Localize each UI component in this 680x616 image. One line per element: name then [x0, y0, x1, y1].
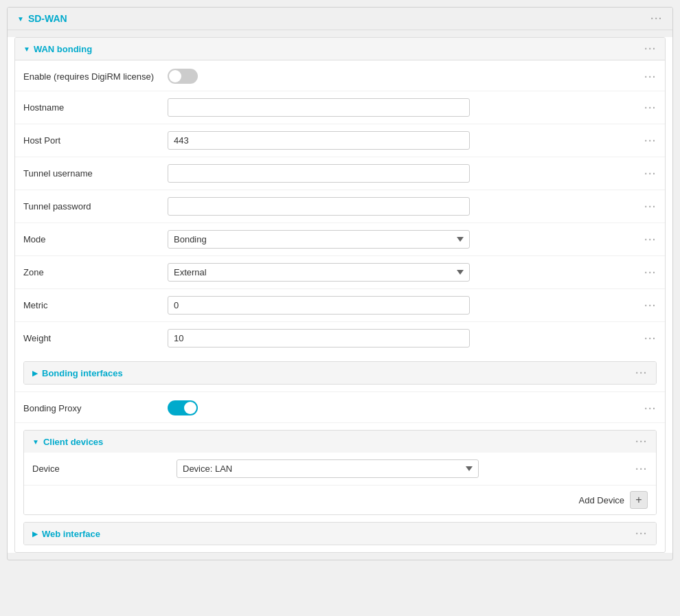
sdwan-header: SD-WAN ··· — [8, 8, 672, 30]
bonding-proxy-toggle[interactable] — [168, 400, 198, 415]
hostname-control — [168, 98, 629, 117]
tunnel-username-dots[interactable]: ··· — [636, 164, 657, 179]
enable-label: Enable (requires DigiRM license) — [23, 67, 161, 82]
sdwan-arrow[interactable] — [17, 15, 24, 23]
device-select[interactable]: Device: LAN Device: WAN Device: ETH0 — [177, 459, 479, 478]
add-device-row: Add Device + — [24, 486, 656, 514]
tunnel-password-dots[interactable]: ··· — [636, 197, 657, 212]
enable-control — [168, 67, 629, 84]
host-port-label: Host Port — [23, 131, 161, 146]
enable-dots[interactable]: ··· — [636, 67, 657, 82]
sd-wan-panel: SD-WAN ··· WAN bonding ··· Enable (requi… — [7, 7, 673, 560]
zone-dots[interactable]: ··· — [636, 263, 657, 278]
sdwan-body: WAN bonding ··· Enable (requires DigiRM … — [8, 37, 672, 553]
tunnel-username-label: Tunnel username — [23, 164, 161, 179]
client-devices-header[interactable]: Client devices ··· — [24, 431, 656, 453]
bonding-interfaces-header[interactable]: Bonding interfaces ··· — [24, 362, 656, 384]
wan-bonding-section: WAN bonding ··· Enable (requires DigiRM … — [14, 37, 666, 553]
metric-dots[interactable]: ··· — [636, 296, 657, 311]
weight-dots[interactable]: ··· — [636, 329, 657, 344]
host-port-row: Host Port ··· — [15, 124, 665, 157]
wan-bonding-header: WAN bonding ··· — [15, 38, 665, 60]
client-devices-dots[interactable]: ··· — [635, 436, 648, 447]
device-label: Device — [32, 459, 170, 474]
enable-slider — [168, 69, 198, 84]
bonding-proxy-slider — [168, 400, 198, 415]
tunnel-password-input[interactable] — [168, 197, 470, 216]
weight-control — [168, 329, 629, 347]
bonding-proxy-row: Bonding Proxy ··· — [15, 391, 665, 423]
bonding-proxy-control — [168, 399, 629, 415]
zone-label: Zone — [23, 263, 161, 277]
device-dots[interactable]: ··· — [627, 459, 648, 475]
tunnel-password-label: Tunnel password — [23, 197, 161, 212]
zone-select[interactable]: External Internal DMZ — [168, 263, 470, 282]
device-row: Device Device: LAN Device: WAN Device: E… — [24, 453, 656, 486]
hostname-dots[interactable]: ··· — [636, 98, 657, 113]
mode-select[interactable]: Bonding Failover — [168, 230, 470, 249]
bonding-interfaces-arrow — [32, 369, 38, 377]
client-devices-title: Client devices — [32, 437, 103, 447]
mode-control: Bonding Failover — [168, 230, 629, 249]
client-devices-title-text: Client devices — [43, 437, 103, 447]
mode-row: Mode Bonding Failover ··· — [15, 223, 665, 256]
metric-control — [168, 296, 629, 315]
weight-label: Weight — [23, 329, 161, 343]
bonding-interfaces-section: Bonding interfaces ··· — [23, 361, 657, 385]
hostname-row: Hostname ··· — [15, 91, 665, 124]
device-control: Device: LAN Device: WAN Device: ETH0 — [177, 459, 620, 478]
client-devices-arrow — [32, 438, 39, 446]
web-interface-section: Web interface ··· — [23, 522, 657, 545]
weight-input[interactable] — [168, 329, 470, 347]
enable-toggle[interactable] — [168, 69, 198, 84]
wan-bonding-title-text: WAN bonding — [34, 44, 92, 54]
sdwan-dots-menu[interactable]: ··· — [650, 13, 663, 24]
bonding-interfaces-dots[interactable]: ··· — [635, 367, 648, 378]
add-device-label: Add Device — [579, 495, 624, 505]
host-port-input[interactable] — [168, 131, 470, 150]
metric-row: Metric ··· — [15, 289, 665, 322]
bonding-interfaces-title-text: Bonding interfaces — [42, 368, 123, 378]
bonding-interfaces-title: Bonding interfaces — [32, 368, 123, 378]
bonding-proxy-dots[interactable]: ··· — [636, 399, 657, 414]
hostname-input[interactable] — [168, 98, 470, 117]
tunnel-username-control — [168, 164, 629, 183]
enable-row: Enable (requires DigiRM license) ··· — [15, 60, 665, 91]
web-interface-title-text: Web interface — [42, 529, 100, 539]
tunnel-username-input[interactable] — [168, 164, 470, 183]
mode-dots[interactable]: ··· — [636, 230, 657, 245]
web-interface-header[interactable]: Web interface ··· — [24, 523, 656, 545]
sdwan-title-text: SD-WAN — [28, 13, 67, 24]
tunnel-password-control — [168, 197, 629, 216]
zone-row: Zone External Internal DMZ ··· — [15, 256, 665, 289]
wan-bonding-title: WAN bonding — [23, 44, 92, 54]
wan-bonding-body: Enable (requires DigiRM license) ··· Hos… — [15, 60, 665, 545]
mode-label: Mode — [23, 230, 161, 244]
web-interface-arrow — [32, 530, 38, 538]
hostname-label: Hostname — [23, 98, 161, 113]
host-port-control — [168, 131, 629, 150]
client-devices-body: Device Device: LAN Device: WAN Device: E… — [24, 453, 656, 514]
metric-label: Metric — [23, 296, 161, 310]
web-interface-dots[interactable]: ··· — [635, 528, 648, 539]
metric-input[interactable] — [168, 296, 470, 315]
zone-control: External Internal DMZ — [168, 263, 629, 282]
client-devices-section: Client devices ··· Device Device: LAN De… — [23, 430, 657, 515]
web-interface-title: Web interface — [32, 529, 100, 539]
add-device-button[interactable]: + — [630, 491, 648, 509]
bonding-proxy-label: Bonding Proxy — [23, 399, 161, 413]
tunnel-username-row: Tunnel username ··· — [15, 157, 665, 190]
tunnel-password-row: Tunnel password ··· — [15, 190, 665, 223]
weight-row: Weight ··· — [15, 322, 665, 354]
wan-bonding-arrow[interactable] — [23, 45, 30, 53]
add-device-icon: + — [635, 494, 642, 506]
wan-bonding-dots[interactable]: ··· — [644, 43, 657, 54]
host-port-dots[interactable]: ··· — [636, 131, 657, 146]
sdwan-title: SD-WAN — [17, 13, 67, 24]
